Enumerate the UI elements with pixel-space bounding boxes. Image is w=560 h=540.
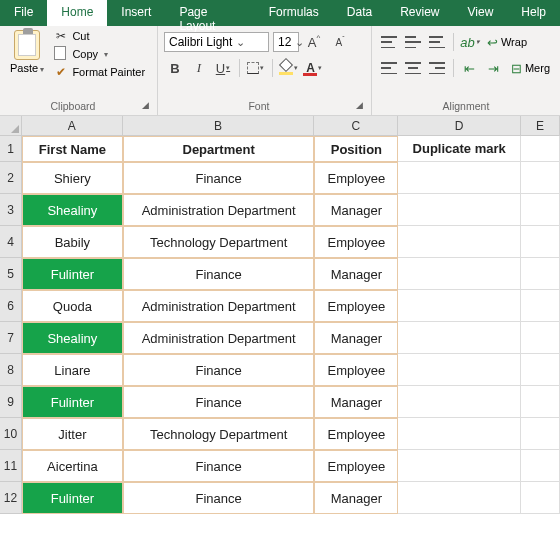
cell[interactable]: Babily (22, 226, 123, 258)
col-header-B[interactable]: B (123, 116, 315, 136)
cell[interactable] (521, 450, 560, 482)
menu-tab-formulas[interactable]: Formulas (255, 0, 333, 26)
cell[interactable]: Department (123, 136, 315, 162)
menu-tab-help[interactable]: Help (507, 0, 560, 26)
row-header[interactable]: 8 (0, 354, 22, 386)
orientation-button[interactable]: ab (459, 32, 481, 52)
align-left-button[interactable] (378, 58, 400, 78)
row-header[interactable]: 12 (0, 482, 22, 514)
cell[interactable]: Fulinter (22, 258, 123, 290)
row-header[interactable]: 11 (0, 450, 22, 482)
cell[interactable] (398, 322, 521, 354)
cell[interactable] (521, 136, 560, 162)
cell[interactable] (398, 194, 521, 226)
cell[interactable]: Finance (123, 354, 315, 386)
cell[interactable]: Finance (123, 386, 315, 418)
cell[interactable]: Manager (314, 194, 398, 226)
cell[interactable]: Employee (314, 354, 398, 386)
align-middle-button[interactable] (402, 32, 424, 52)
cell[interactable]: Finance (123, 482, 315, 514)
cell[interactable]: Technology Department (123, 226, 315, 258)
cell[interactable] (398, 482, 521, 514)
cell[interactable] (398, 226, 521, 258)
cell[interactable] (521, 354, 560, 386)
italic-button[interactable]: I (188, 58, 210, 78)
cell[interactable] (521, 418, 560, 450)
cell[interactable]: Manager (314, 482, 398, 514)
grow-font-button[interactable]: A^ (303, 32, 325, 52)
font-name-select[interactable]: Calibri Light (164, 32, 269, 52)
cell[interactable] (521, 386, 560, 418)
shrink-font-button[interactable]: Aˇ (329, 32, 351, 52)
font-size-select[interactable]: 12 (273, 32, 299, 52)
font-color-button[interactable]: A (302, 58, 324, 78)
menu-tab-view[interactable]: View (454, 0, 508, 26)
cell[interactable]: Employee (314, 450, 398, 482)
cell[interactable]: Employee (314, 418, 398, 450)
cut-button[interactable]: ✂ Cut (52, 28, 147, 44)
cell[interactable]: Manager (314, 258, 398, 290)
menu-tab-file[interactable]: File (0, 0, 47, 26)
wrap-text-button[interactable]: ↩ Wrap (483, 35, 531, 50)
cell[interactable] (398, 386, 521, 418)
col-header-C[interactable]: C (314, 116, 398, 136)
row-header[interactable]: 6 (0, 290, 22, 322)
indent-increase-button[interactable]: ⇥ (483, 58, 505, 78)
cell[interactable]: Shiery (22, 162, 123, 194)
fill-color-button[interactable] (278, 58, 300, 78)
bold-button[interactable]: B (164, 58, 186, 78)
col-header-E[interactable]: E (521, 116, 560, 136)
cell[interactable] (521, 162, 560, 194)
cell[interactable]: Manager (314, 322, 398, 354)
cell[interactable]: Employee (314, 162, 398, 194)
cell[interactable] (398, 418, 521, 450)
cell[interactable]: Employee (314, 226, 398, 258)
cell[interactable]: Finance (123, 162, 315, 194)
cell[interactable] (521, 482, 560, 514)
row-header[interactable]: 1 (0, 136, 22, 162)
cell[interactable] (398, 162, 521, 194)
col-header-D[interactable]: D (398, 116, 521, 136)
row-header[interactable]: 3 (0, 194, 22, 226)
align-bottom-button[interactable] (426, 32, 448, 52)
row-header[interactable]: 7 (0, 322, 22, 354)
cell[interactable]: Technology Department (123, 418, 315, 450)
cell[interactable]: Aicertina (22, 450, 123, 482)
menu-tab-home[interactable]: Home (47, 0, 107, 26)
menu-tab-insert[interactable]: Insert (107, 0, 165, 26)
cell[interactable]: Finance (123, 450, 315, 482)
align-top-button[interactable] (378, 32, 400, 52)
cell[interactable] (521, 290, 560, 322)
cell[interactable]: Administration Department (123, 194, 315, 226)
cell[interactable]: Finance (123, 258, 315, 290)
cell[interactable]: Jitter (22, 418, 123, 450)
cell[interactable]: Shealiny (22, 194, 123, 226)
select-all-button[interactable] (0, 116, 22, 136)
cell[interactable]: First Name (22, 136, 123, 162)
menu-tab-page-layout[interactable]: Page Layout (165, 0, 254, 26)
cell[interactable] (398, 354, 521, 386)
copy-button[interactable]: Copy ▾ (52, 46, 147, 62)
menu-tab-data[interactable]: Data (333, 0, 386, 26)
cell[interactable] (521, 226, 560, 258)
row-header[interactable]: 9 (0, 386, 22, 418)
cell[interactable] (521, 258, 560, 290)
cell[interactable]: Position (314, 136, 398, 162)
paste-button[interactable]: Paste (6, 28, 48, 99)
cell[interactable]: Employee (314, 290, 398, 322)
cell[interactable]: Administration Department (123, 322, 315, 354)
align-right-button[interactable] (426, 58, 448, 78)
row-header[interactable]: 4 (0, 226, 22, 258)
cell[interactable] (521, 322, 560, 354)
cell[interactable]: Shealiny (22, 322, 123, 354)
cell[interactable] (398, 450, 521, 482)
format-painter-button[interactable]: ✔ Format Painter (52, 64, 147, 80)
cell[interactable] (398, 258, 521, 290)
cell[interactable]: Manager (314, 386, 398, 418)
indent-decrease-button[interactable]: ⇤ (459, 58, 481, 78)
merge-button[interactable]: ⊟ Merg (507, 61, 554, 76)
cell[interactable]: Administration Department (123, 290, 315, 322)
cell[interactable]: Quoda (22, 290, 123, 322)
row-header[interactable]: 2 (0, 162, 22, 194)
underline-button[interactable]: U (212, 58, 234, 78)
